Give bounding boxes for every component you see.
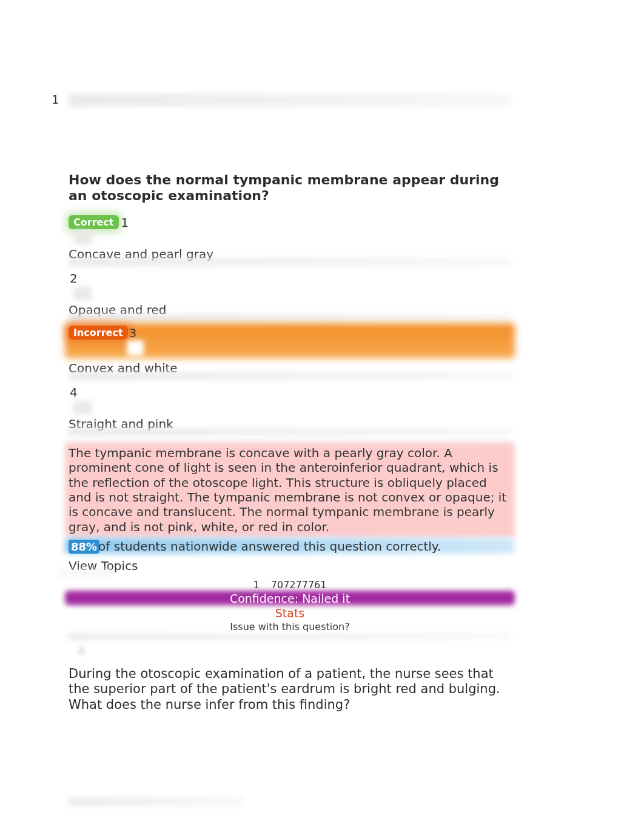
stats-text: of students nationwide answered this que… xyxy=(98,539,441,554)
option-index: 3 xyxy=(129,326,137,340)
issue-link[interactable]: Issue with this question? xyxy=(69,621,511,632)
question-number: 1 xyxy=(52,92,59,107)
meta-row: 1 707277761 xyxy=(69,579,511,591)
meta-code: 707277761 xyxy=(271,579,327,591)
redacted-bar xyxy=(69,93,511,107)
option-index: 4 xyxy=(70,385,511,400)
percent-badge: 88% xyxy=(69,540,99,554)
redacted-bar xyxy=(69,797,244,806)
question-text: How does the normal tympanic membrane ap… xyxy=(69,172,511,204)
rationale-text: The tympanic membrane is concave with a … xyxy=(69,444,511,535)
option-2[interactable]: 2 Opaque and red xyxy=(69,271,511,326)
redacted-bar xyxy=(73,401,92,414)
rationale-block: The tympanic membrane is concave with a … xyxy=(69,444,511,535)
view-topics-link[interactable]: View Topics xyxy=(69,558,511,573)
option-index: 2 xyxy=(70,271,511,286)
option-index: 1 xyxy=(121,215,129,230)
confidence-label: Confidence: Nailed it xyxy=(230,592,350,605)
question-card: How does the normal tympanic membrane ap… xyxy=(69,93,511,806)
redacted-bar xyxy=(69,372,511,380)
redacted-bar xyxy=(69,314,511,322)
next-question-text: During the otoscopic examination of a pa… xyxy=(69,666,511,713)
redacted-bar xyxy=(69,428,511,436)
confidence-row: Confidence: Nailed it xyxy=(69,592,511,605)
correct-badge: Correct xyxy=(69,215,119,229)
redacted-bar xyxy=(73,287,92,300)
redacted-bar xyxy=(73,231,92,244)
redacted-bar xyxy=(127,340,144,356)
option-1[interactable]: Correct 1 Concave and pearl gray xyxy=(69,215,511,270)
redacted-number: 4 xyxy=(77,643,86,659)
redacted-bar xyxy=(58,569,112,577)
option-4[interactable]: 4 Straight and pink xyxy=(69,385,511,440)
incorrect-badge: Incorrect xyxy=(69,326,128,340)
redacted-bar xyxy=(69,258,511,266)
meta-idx: 1 xyxy=(253,579,260,591)
redacted-bar xyxy=(69,634,511,640)
stats-link[interactable]: Stats xyxy=(69,606,511,620)
stats-row: 88%of students nationwide answered this … xyxy=(69,539,511,554)
option-3[interactable]: Incorrect 3 Convex and white xyxy=(69,326,511,384)
